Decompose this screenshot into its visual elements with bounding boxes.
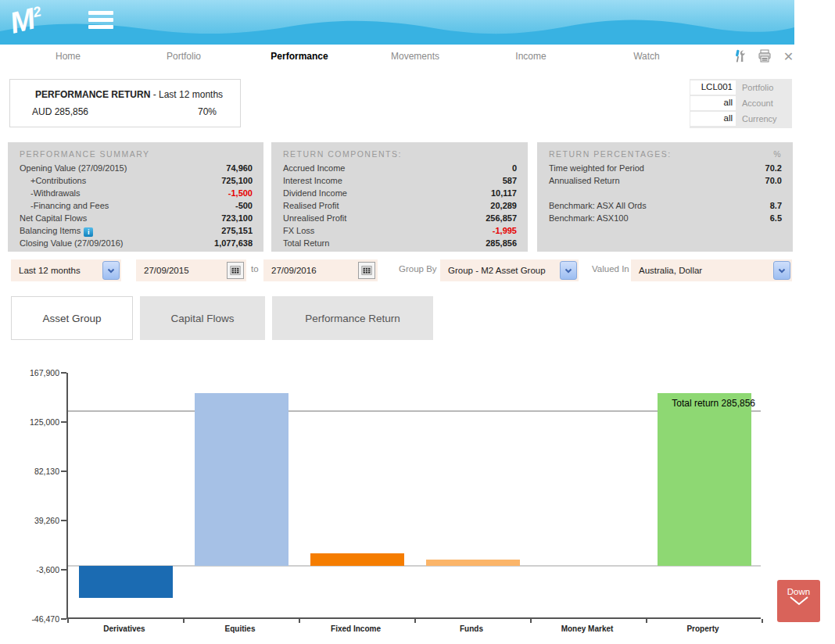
chevron-down-icon[interactable] (773, 261, 790, 280)
nav-item-performance[interactable]: Performance (242, 45, 357, 68)
close-icon[interactable]: ✕ (780, 48, 797, 65)
row-label: Opening Value (27/09/2015) (20, 162, 127, 174)
valued-in-select[interactable]: Australia, Dollar (631, 259, 792, 281)
panel-row: Interest Income587 (283, 174, 517, 187)
panel-row: FX Loss-1,995 (283, 224, 517, 237)
row-label: Benchmark: ASX All Ords (549, 199, 647, 212)
panel-row: Realised Profit20,289 (283, 199, 517, 212)
nav-icons: ✕ (732, 45, 797, 68)
panel-row: Unrealised Profit256,857 (283, 212, 517, 224)
performance-return-box: PERFORMANCE RETURN - Last 12 months AUD … (9, 79, 241, 127)
row-value: 275,151 (221, 224, 253, 237)
selector-row: LCL001Portfolio (690, 80, 792, 95)
row-label: Total Return (283, 237, 329, 249)
y-tick-label: 125,000 (3, 417, 59, 427)
x-category-label: Money Market (529, 624, 645, 633)
tab-asset-group[interactable]: Asset Group (11, 296, 133, 340)
row-value: 70.0 (765, 174, 782, 187)
y-tick-mark (61, 520, 66, 521)
panel-row: Closing Value (27/09/2016)1,077,638 (20, 237, 253, 249)
panel-row: Annualised Return70.0 (549, 174, 782, 187)
percent-unit-label: % (773, 149, 782, 159)
panel-row: Net Capital Flows723,100 (20, 212, 253, 224)
panel-row: -Withdrawals-1,500 (20, 187, 253, 199)
performance-page: M2 HomePortfolioPerformanceMovementsInco… (0, 0, 835, 644)
asset-group-bar-chart: Total return 285,856 167,900125,00082,13… (0, 360, 835, 641)
portfolio-input[interactable]: LCL001 (690, 80, 736, 95)
row-value: 8.7 (770, 199, 782, 212)
nav-item-watch[interactable]: Watch (589, 45, 704, 68)
row-value: 256,857 (486, 212, 517, 224)
panel-row: Accrued Income0 (283, 162, 517, 174)
row-value: -1,995 (493, 224, 517, 237)
y-tick-mark (61, 470, 66, 472)
row-label: Time weighted for Period (549, 162, 644, 174)
tools-icon[interactable] (732, 48, 748, 65)
panel-row: Balancing Itemsi275,151 (20, 224, 253, 237)
bar-funds (426, 560, 520, 566)
row-value: 10,117 (491, 187, 517, 199)
selector-row: allCurrency (690, 111, 792, 126)
row-value: 70.2 (765, 162, 782, 174)
nav-item-home[interactable]: Home (10, 45, 126, 68)
date-to-input[interactable]: 27/09/2016 (263, 259, 378, 281)
y-tick-mark (61, 618, 66, 620)
bar-equities (195, 393, 288, 566)
panel-row: Dividend Income10,117 (283, 187, 517, 199)
x-tick-mark (414, 619, 416, 623)
panel-row: Time weighted for Period70.2 (549, 162, 782, 174)
y-tick-mark (61, 421, 66, 423)
row-label: Interest Income (283, 174, 342, 187)
row-label: -Financing and Fees (20, 199, 109, 212)
row-label: Balancing Itemsi (20, 224, 93, 237)
scope-selectors: LCL001PortfolioallAccountallCurrency (690, 79, 792, 128)
chevron-down-icon[interactable] (560, 261, 577, 280)
view-tabs: Asset GroupCapital FlowsPerformance Retu… (11, 296, 433, 340)
row-value: 725,100 (221, 174, 253, 187)
print-icon[interactable] (756, 48, 772, 65)
performance-return-percent: 70% (198, 106, 217, 117)
plot-area: Total return 285,856 (66, 373, 761, 619)
bar-fixed-income (310, 553, 404, 566)
menu-icon[interactable] (88, 11, 113, 33)
row-value: -1,500 (228, 187, 253, 199)
x-tick-mark (299, 619, 300, 623)
nav-item-portfolio[interactable]: Portfolio (126, 45, 242, 68)
date-from-input[interactable]: 27/09/2015 (136, 259, 246, 281)
tab-capital-flows[interactable]: Capital Flows (140, 296, 265, 340)
row-label: Net Capital Flows (20, 212, 87, 224)
performance-summary-panel: PERFORMANCE SUMMARY Opening Value (27/09… (8, 142, 263, 252)
row-value: 20,289 (490, 199, 517, 212)
performance-return-title: PERFORMANCE RETURN - Last 12 months (35, 89, 226, 100)
scroll-down-button[interactable]: Down (777, 580, 820, 622)
x-tick-mark (183, 619, 185, 623)
m2-logo: M2 (6, 0, 63, 45)
panel-title: PERFORMANCE SUMMARY (20, 149, 150, 159)
row-label: -Withdrawals (20, 187, 81, 199)
y-tick-mark (61, 372, 66, 374)
group-by-select[interactable]: Group - M2 Asset Group (440, 259, 579, 281)
row-label: Unrealised Profit (283, 212, 346, 224)
calendar-icon[interactable] (227, 262, 244, 279)
panel-row: +Contributions725,100 (20, 174, 253, 187)
row-value: 1,077,638 (214, 237, 253, 249)
nav-item-movements[interactable]: Movements (357, 45, 473, 68)
x-tick-mark (530, 619, 532, 623)
y-tick-label: 167,900 (3, 368, 59, 377)
info-icon[interactable]: i (84, 227, 93, 237)
currency-input[interactable]: all (690, 112, 736, 126)
chevron-down-icon[interactable] (102, 261, 120, 280)
bar-derivatives (79, 566, 173, 598)
calendar-icon[interactable] (358, 262, 375, 279)
x-category-label: Fixed Income (298, 624, 414, 633)
period-select[interactable]: Last 12 months (11, 259, 121, 281)
account-input[interactable]: all (690, 96, 736, 110)
y-tick-mark (61, 569, 66, 571)
x-tick-mark (646, 619, 647, 623)
row-label: Closing Value (27/09/2016) (20, 237, 124, 249)
nav-item-income[interactable]: Income (473, 45, 589, 68)
panel-row: Benchmark: ASX All Ords8.7 (549, 199, 782, 212)
x-tick-mark (67, 619, 69, 623)
tab-performance-return[interactable]: Performance Return (272, 296, 433, 340)
x-tick-mark (762, 619, 763, 623)
